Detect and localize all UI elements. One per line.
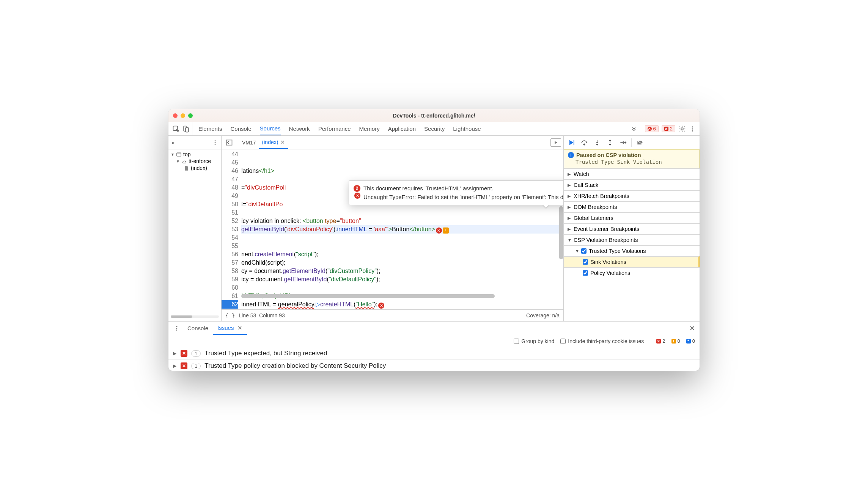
svg-point-4: [692, 126, 693, 127]
tree-frame-top[interactable]: ▼ top: [168, 151, 221, 158]
drawer-tab-issues[interactable]: Issues✕: [213, 322, 247, 335]
svg-point-5: [692, 128, 693, 129]
error-icon: ✕: [181, 362, 187, 369]
tab-application[interactable]: Application: [388, 122, 416, 135]
coverage-status: Coverage: n/a: [526, 312, 560, 318]
tab-security[interactable]: Security: [424, 122, 445, 135]
issues-list: ▶✕1Trusted Type expected, but String rec…: [168, 347, 700, 371]
svg-point-15: [610, 144, 611, 145]
settings-gear-icon[interactable]: [678, 125, 686, 133]
issues-blue-badge[interactable]: ❝0: [686, 338, 695, 344]
device-toggle-icon[interactable]: [182, 125, 190, 133]
svg-point-6: [692, 130, 693, 131]
console-drawer: ConsoleIssues✕ ✕ Group by kind Include t…: [168, 321, 700, 371]
file-tab[interactable]: VM17: [239, 136, 259, 149]
tree-origin[interactable]: ▼ tt-enforce: [168, 158, 221, 165]
expand-icon[interactable]: ▶: [173, 363, 177, 369]
run-snippet-icon[interactable]: [550, 138, 561, 147]
svg-rect-10: [177, 153, 181, 156]
error-icon: ✕: [354, 193, 360, 199]
inspect-toggle-group: [168, 122, 192, 135]
issue-text: Trusted Type expected, but String receiv…: [204, 350, 327, 357]
deactivate-breakpoints-icon[interactable]: [635, 139, 645, 146]
close-tab-icon[interactable]: ✕: [280, 139, 285, 145]
pretty-print-icon[interactable]: { }: [225, 312, 235, 318]
third-party-checkbox[interactable]: Include third-party cookie issues: [560, 338, 644, 344]
tab-memory[interactable]: Memory: [359, 122, 380, 135]
navigator-overflow-icon[interactable]: »: [171, 139, 175, 146]
issues-toolbar: Group by kind Include third-party cookie…: [168, 335, 700, 347]
section-policy-violations[interactable]: Policy Violations: [564, 267, 700, 278]
inspect-element-icon[interactable]: [172, 125, 180, 133]
checkbox-sink-violations[interactable]: [583, 259, 588, 265]
section-sink-violations[interactable]: Sink Violations: [564, 256, 700, 267]
group-by-kind-checkbox[interactable]: Group by kind: [514, 338, 554, 344]
section-event-breakpoints[interactable]: ▶Event Listener Breakpoints: [564, 223, 700, 234]
navigator-panel: » ▼ top ▼ tt-enforce (index): [168, 136, 222, 321]
drawer-tab-console[interactable]: Console: [183, 322, 213, 335]
svg-point-17: [176, 326, 178, 327]
tabs-overflow-icon[interactable]: [627, 122, 641, 135]
error-badge[interactable]: ✕6: [645, 125, 659, 132]
step-icon[interactable]: [618, 139, 627, 146]
resume-icon[interactable]: [567, 139, 576, 146]
issues-yellow-badge[interactable]: !0: [671, 338, 680, 344]
main-tab-bar: ElementsConsoleSourcesNetworkPerformance…: [168, 122, 700, 136]
svg-rect-2: [186, 127, 189, 132]
paused-banner: iPaused on CSP violation Trusted Type Si…: [564, 149, 700, 168]
section-global-listeners[interactable]: ▶Global Listeners: [564, 212, 700, 223]
editor-statusline: { }Line 53, Column 93 Coverage: n/a: [222, 309, 563, 321]
svg-point-9: [215, 144, 216, 145]
section-csp-breakpoints[interactable]: ▼CSP Violation Breakpoints: [564, 234, 700, 245]
file-navigate-icon[interactable]: [224, 136, 234, 149]
tab-lighthouse[interactable]: Lighthouse: [453, 122, 481, 135]
navigator-scrollbar[interactable]: [171, 315, 219, 318]
minimize-window-button[interactable]: [181, 113, 185, 118]
svg-point-19: [176, 329, 178, 331]
svg-point-3: [681, 128, 683, 130]
tab-network[interactable]: Network: [289, 122, 310, 135]
editor-vertical-scrollbar[interactable]: [559, 149, 563, 300]
more-menu-icon[interactable]: [689, 125, 696, 132]
svg-point-13: [583, 144, 585, 145]
svg-point-7: [215, 140, 216, 141]
section-trusted-type-violations[interactable]: ▼Trusted Type Violations: [564, 245, 700, 256]
step-into-icon[interactable]: [593, 139, 602, 146]
file-tab[interactable]: (index)✕: [259, 136, 288, 149]
tooltip-count-icon: 2: [354, 185, 360, 192]
drawer-menu-icon[interactable]: [171, 322, 183, 335]
issue-row[interactable]: ▶✕1Trusted Type policy creation blocked …: [168, 360, 700, 371]
editor-horizontal-scrollbar[interactable]: [241, 294, 558, 299]
drawer-close-icon[interactable]: ✕: [685, 322, 700, 335]
section-dom-breakpoints[interactable]: ▶DOM Breakpoints: [564, 201, 700, 212]
window-title: DevTools - tt-enforced.glitch.me/: [393, 113, 475, 119]
code-editor[interactable]: 44454647484950515253545556575859606162 l…: [222, 149, 563, 309]
expand-icon[interactable]: ▶: [173, 351, 177, 356]
tab-elements[interactable]: Elements: [198, 122, 222, 135]
svg-point-18: [176, 328, 178, 329]
checkbox-trusted-types[interactable]: [581, 248, 587, 254]
zoom-window-button[interactable]: [188, 113, 193, 118]
tree-file-index[interactable]: (index): [168, 165, 221, 171]
issues-red-badge[interactable]: ✕2: [656, 338, 665, 344]
section-xhr-breakpoints[interactable]: ▶XHR/fetch Breakpoints: [564, 190, 700, 201]
close-window-button[interactable]: [173, 113, 178, 118]
tab-console[interactable]: Console: [231, 122, 252, 135]
devtools-window: DevTools - tt-enforced.glitch.me/ Elemen…: [168, 109, 700, 371]
issues-badge[interactable]: ✕2: [662, 125, 675, 132]
section-watch[interactable]: ▶Watch: [564, 168, 700, 179]
close-drawer-tab-icon[interactable]: ✕: [237, 325, 242, 331]
issue-count: 1: [191, 363, 201, 369]
issue-row[interactable]: ▶✕1Trusted Type expected, but String rec…: [168, 347, 700, 360]
tab-performance[interactable]: Performance: [318, 122, 351, 135]
step-out-icon[interactable]: [605, 139, 615, 146]
navigator-menu-icon[interactable]: [212, 140, 218, 146]
section-callstack[interactable]: ▶Call Stack: [564, 179, 700, 190]
tab-sources[interactable]: Sources: [260, 122, 281, 135]
checkbox-policy-violations[interactable]: [583, 270, 588, 276]
error-icon: ✕: [181, 350, 187, 357]
step-over-icon[interactable]: [580, 139, 589, 146]
error-tooltip: 2 This document requires 'TrustedHTML' a…: [349, 180, 563, 205]
main-tabs: ElementsConsoleSourcesNetworkPerformance…: [192, 122, 627, 135]
svg-point-14: [597, 144, 598, 145]
